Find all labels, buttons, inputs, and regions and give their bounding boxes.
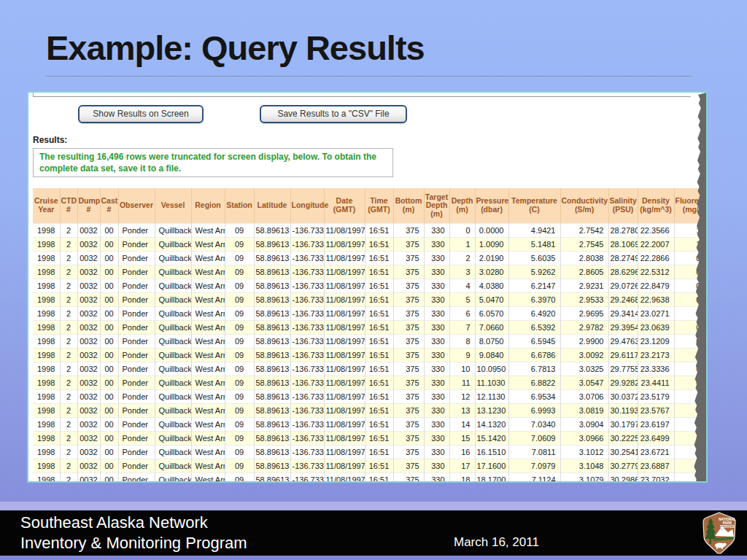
table-cell: Quillback: [155, 376, 191, 389]
table-cell: 1998: [33, 431, 60, 445]
table-cell: 0032: [77, 292, 100, 306]
table-cell: 2: [60, 237, 77, 251]
query-results-screenshot: Show Results on Screen Save Results to a…: [27, 91, 708, 483]
table-cell: 375: [393, 362, 424, 376]
table-cell: 09: [225, 431, 254, 445]
table-cell: 11/08/1997: [324, 459, 365, 472]
table-cell: 3.0904: [560, 417, 608, 431]
table-cell: 16:51: [365, 417, 393, 431]
table-cell: 375: [393, 348, 424, 362]
table-cell: 2.9900: [560, 334, 608, 348]
table-cell: 7.0340: [508, 417, 560, 431]
table-cell: 17: [449, 459, 475, 472]
table-cell: 330: [424, 265, 449, 279]
results-label: Results:: [33, 135, 67, 145]
table-cell: 1998: [33, 265, 60, 279]
table-cell: 30.2779: [608, 459, 638, 472]
table-cell: 58.89613: [254, 417, 290, 431]
table-cell: 11/08/1997: [324, 362, 365, 376]
table-cell: 18.1700: [475, 472, 508, 483]
table-cell: 28.1069: [608, 237, 638, 251]
table-cell: 00: [100, 237, 118, 251]
table-cell: 0032: [77, 362, 100, 376]
table-row: 19982003200PonderQuillbackWest Arm0958.8…: [33, 376, 708, 389]
query-results-table: Cruise YearCTD #Dump #Cast #ObserverVess…: [33, 188, 708, 483]
table-cell: Ponder: [118, 223, 155, 237]
table-cell: 1998: [33, 334, 60, 348]
truncation-message: The resulting 16,496 rows were truncated…: [33, 148, 393, 177]
table-cell: 9.0840: [475, 348, 508, 362]
table-cell: 6.9534: [508, 389, 560, 403]
table-cell: 00: [100, 320, 118, 334]
table-cell: 09: [225, 403, 254, 417]
table-cell: 23.6887: [638, 459, 674, 472]
table-cell: Quillback: [155, 403, 191, 417]
header-cell: Longitude: [290, 188, 324, 223]
table-cell: 15.1420: [475, 431, 508, 445]
table-cell: -136.73340: [290, 403, 324, 417]
table-cell: 1998: [33, 320, 60, 334]
table-cell: 0.2811: [674, 389, 708, 403]
table-cell: 2: [60, 320, 77, 334]
table-cell: Ponder: [118, 362, 155, 376]
table-cell: 16:51: [365, 237, 393, 251]
table-cell: 6.5392: [508, 320, 560, 334]
table-cell: 23.6499: [638, 431, 674, 445]
table-cell: 58.89613: [254, 237, 290, 251]
table-cell: 58.89613: [254, 472, 290, 483]
table-cell: 1998: [33, 417, 60, 431]
table-cell: 0032: [77, 265, 100, 279]
table-cell: 3.0706: [560, 389, 608, 403]
table-cell: 23.2173: [638, 348, 674, 362]
table-cell: 29.2468: [608, 292, 638, 306]
table-row: 19982003200PonderQuillbackWest Arm0958.8…: [33, 431, 708, 445]
table-cell: 09: [225, 251, 254, 265]
table-cell: 29.7755: [608, 362, 638, 376]
table-cell: 28.6296: [608, 265, 638, 279]
table-cell: 16:51: [365, 334, 393, 348]
table-cell: Quillback: [155, 237, 191, 251]
table-cell: 58.89613: [254, 459, 290, 472]
table-cell: 0032: [77, 431, 100, 445]
table-cell: 16:51: [365, 279, 393, 292]
table-cell: Quillback: [155, 389, 191, 403]
table-cell: 0032: [77, 237, 100, 251]
table-cell: 6.5945: [508, 334, 560, 348]
footer-date: March 16, 2011: [454, 535, 539, 550]
table-cell: 0: [449, 223, 475, 237]
table-row: 19982003200PonderQuillbackWest Arm0958.8…: [33, 251, 708, 265]
table-cell: 11: [449, 376, 475, 389]
table-cell: 1998: [33, 348, 60, 362]
show-results-button[interactable]: Show Results on Screen: [78, 105, 204, 123]
header-cell: Target Depth (m): [424, 188, 449, 223]
table-cell: 330: [424, 389, 449, 403]
table-header-row: Cruise YearCTD #Dump #Cast #ObserverVess…: [33, 188, 708, 223]
table-cell: 3.1048: [560, 459, 608, 472]
header-cell: Latitude: [254, 188, 290, 223]
table-row: 19982003200PonderQuillbackWest Arm0958.8…: [33, 445, 708, 459]
header-cell: Salinity (PSU): [608, 188, 638, 223]
table-cell: 1998: [33, 279, 60, 292]
table-row: 19982003200PonderQuillbackWest Arm0958.8…: [33, 472, 708, 483]
slide: Example: Query Results Show Results on S…: [0, 0, 747, 560]
table-cell: West Arm: [191, 237, 225, 251]
table-cell: 330: [424, 417, 449, 431]
table-cell: 330: [424, 306, 449, 320]
table-cell: 4.9421: [508, 223, 560, 237]
save-csv-button[interactable]: Save Results to a "CSV" File: [260, 105, 407, 123]
header-cell: Cruise Year: [33, 188, 60, 223]
table-cell: 375: [393, 265, 424, 279]
table-cell: 1.0090: [475, 237, 508, 251]
table-cell: 0032: [77, 417, 100, 431]
table-cell: 7.0811: [508, 445, 560, 459]
table-cell: 375: [393, 251, 424, 265]
table-cell: 3.0280: [475, 265, 508, 279]
table-cell: 00: [100, 223, 118, 237]
header-cell: Fluorescence (mg/m^2): [674, 188, 708, 223]
table-cell: 2: [60, 348, 77, 362]
table-cell: 5.0470: [475, 292, 508, 306]
table-cell: West Arm: [191, 376, 225, 389]
table-cell: 6: [449, 306, 475, 320]
table-cell: 00: [100, 417, 118, 431]
table-cell: 2: [60, 334, 77, 348]
